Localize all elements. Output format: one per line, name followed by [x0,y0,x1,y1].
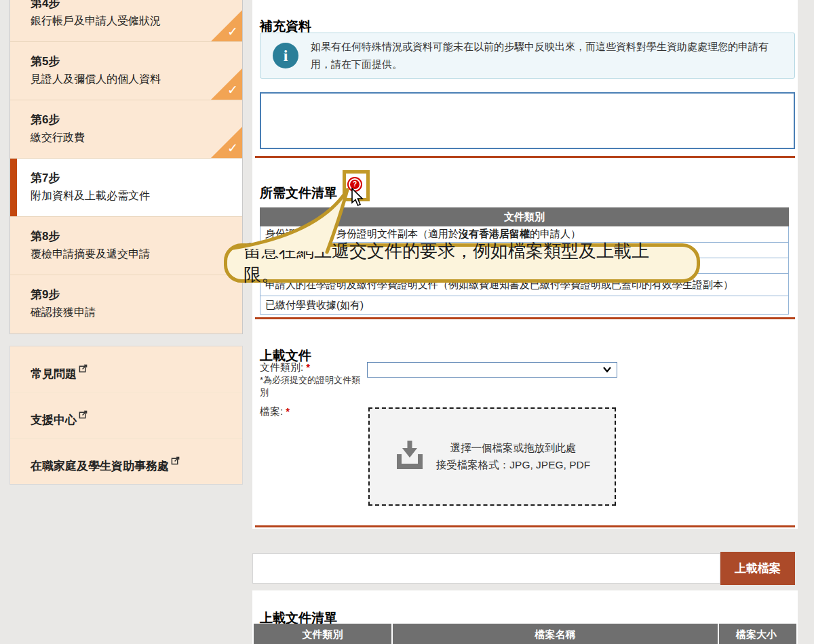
check-icon: ✓ [227,82,238,98]
step-number: 第7步 [31,170,230,186]
callout-tail [228,187,364,258]
sidebar-item-step9[interactable]: 第9步 確認接獲申請 [10,275,242,334]
mouse-cursor [350,188,366,209]
step-number: 第5步 [31,54,230,69]
doc-type-select[interactable] [367,362,617,378]
sidebar-link-support[interactable]: 支援中心 [10,393,242,439]
section-divider [255,156,795,158]
check-icon: ✓ [227,140,238,156]
upload-filename-bar [252,553,720,584]
doc-type-note: *為必須提交的證明文件類別 [260,374,363,398]
sidebar-item-step7-active[interactable]: 第7步 附加資料及上載必需文件 [10,159,242,217]
supplementary-textarea[interactable] [260,92,795,149]
steps-nav: 第4步 銀行帳戶及申請人受僱狀況 ✓ 第5步 見證人及彌償人的個人資料 ✓ 第6… [9,0,243,334]
dropzone-line2: 接受檔案格式：JPG, JPEG, PDF [436,457,590,473]
step-number: 第9步 [31,287,230,302]
uploaded-files-table-header: 文件類別 檔案名稱 檔案大小 [254,624,796,644]
check-icon: ✓ [227,24,238,39]
file-label: 檔案: * [260,405,290,418]
upload-file-button[interactable]: 上載檔案 [720,552,795,585]
section-divider [255,317,795,319]
step-number: 第4步 [31,0,230,11]
external-link-icon [79,393,88,438]
sidebar-links: 常見問題 支援中心 在職家庭及學生資助事務處 [9,346,243,485]
step-number: 第8步 [31,228,230,244]
sidebar-link-faq[interactable]: 常見問題 [10,346,242,393]
sidebar-item-step4[interactable]: 第4步 銀行帳戶及申請人受僱狀況 ✓ [10,0,242,42]
external-link-icon [171,439,180,484]
required-asterisk: * [286,405,290,417]
sidebar-item-step8[interactable]: 第8步 覆檢申請摘要及遞交申請 [10,217,242,275]
dropzone-line1: 選擇一個檔案或拖放到此處 [436,440,590,456]
step-label: 見證人及彌償人的個人資料 [31,73,230,87]
file-dropzone[interactable]: 選擇一個檔案或拖放到此處 接受檔案格式：JPG, JPEG, PDF [368,407,616,506]
chevron-down-icon [602,364,613,376]
sidebar-link-wfsfaa[interactable]: 在職家庭及學生資助事務處 [10,439,242,484]
column-file-size: 檔案大小 [719,624,794,644]
external-link-icon [79,346,88,392]
column-doc-type: 文件類別 [254,624,393,644]
link-label: 支援中心 [31,414,77,426]
step-label: 繳交行政費 [31,131,230,145]
sidebar-item-step5[interactable]: 第5步 見證人及彌償人的個人資料 ✓ [10,42,242,100]
step-label: 銀行帳戶及申請人受僱狀況 [31,14,230,28]
info-banner: i 如果有任何特殊情況或資料可能未在以前的步驟中反映出來，而這些資料對學生資助處… [260,33,795,79]
doc-row-text-bold: 沒有香港居留權 [459,228,530,239]
required-asterisk: * [306,361,310,373]
step-label: 確認接獲申請 [31,306,230,320]
info-icon: i [273,43,298,68]
table-row: 已繳付學費收據(如有) [260,296,789,315]
doc-row-text: 已繳付學費收據(如有) [265,299,364,310]
link-label: 在職家庭及學生資助事務處 [31,460,169,472]
step-label: 附加資料及上載必需文件 [31,189,230,203]
column-file-name: 檔案名稱 [393,624,719,644]
application-page: 第4步 銀行帳戶及申請人受僱狀況 ✓ 第5步 見證人及彌償人的個人資料 ✓ 第6… [0,0,814,644]
link-label: 常見問題 [31,367,77,380]
step-number: 第6步 [31,112,230,127]
uploaded-files-panel: 上載文件清單 文件類別 檔案名稱 檔案大小 [252,590,798,644]
step-label: 覆檢申請摘要及遞交申請 [31,247,230,262]
doc-row-text: 的申請人） [530,228,581,239]
sidebar-item-step6[interactable]: 第6步 繳交行政費 ✓ [10,100,242,159]
download-icon [394,439,425,475]
info-banner-text: 如果有任何特殊情況或資料可能未在以前的步驟中反映出來，而這些資料對學生資助處處理… [311,38,782,74]
doc-type-label: 文件類別: * [260,361,310,374]
dropzone-text: 選擇一個檔案或拖放到此處 接受檔案格式：JPG, JPEG, PDF [436,440,590,472]
section-divider [255,525,795,527]
